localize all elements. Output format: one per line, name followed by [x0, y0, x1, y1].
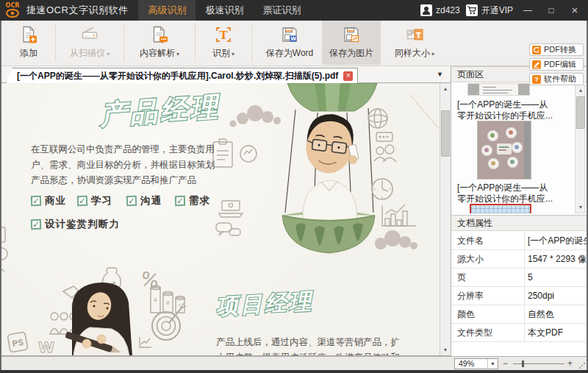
save-word-label: 保存为Word	[257, 47, 322, 60]
pencil-icon	[532, 60, 541, 69]
page-thumbnail[interactable]	[467, 83, 530, 96]
svg-text:PS: PS	[11, 338, 24, 349]
toolbar-separator	[195, 24, 196, 62]
property-row: 分辨率 250dpi	[451, 287, 588, 305]
close-button[interactable]: ×	[566, 0, 584, 21]
status-bar: 49% ▼ − +	[0, 356, 588, 370]
maximize-button[interactable]: □	[542, 0, 560, 21]
letter-t: T	[416, 32, 421, 40]
mode-tabs: 高级识别 极速识别 票证识别	[138, 0, 310, 21]
zoom-slider-handle[interactable]	[522, 360, 524, 367]
pdf-edit-label: PDF编辑	[544, 59, 576, 70]
titlebar-right: zd423 开通VIP — □ ×	[420, 0, 588, 21]
dropdown-arrow-icon: ▾	[176, 51, 179, 57]
thumbnail-caption: [一个APP的诞生——从 零开始设计你的手机应...	[457, 99, 553, 121]
checkbox-check-icon: ✓	[126, 196, 137, 206]
checkbox-communication: ✓ 沟通	[126, 194, 162, 207]
title-bar: OCR 捷速OCR文字识别软件 高级识别 极速识别 票证识别 zd423	[0, 0, 588, 21]
resize-grip[interactable]	[579, 363, 585, 369]
save-as-word-button[interactable]: W 保存为Word	[257, 21, 322, 65]
document-filename: [一个APP的诞生——从零开始设计你的手机应用].Carol.炒炒.刘焯琛.扫描…	[17, 70, 338, 82]
dropdown-arrow-icon: ▾	[232, 51, 234, 57]
question-icon: ?	[532, 75, 541, 84]
scroll-up-icon[interactable]: ▴	[440, 84, 451, 94]
window-border	[0, 21, 1, 373]
project-manager-title: 项目经理	[215, 288, 315, 319]
letter-w: W	[290, 36, 296, 42]
same-size-label: 同样大小	[395, 48, 430, 58]
scrollbar-thumb[interactable]	[576, 96, 585, 129]
document-tab[interactable]: [一个APP的诞生——从零开始设计你的手机应用].Carol.炒炒.刘焯琛.扫描…	[6, 68, 358, 83]
checkbox-demand: ✓ 需求	[175, 194, 210, 207]
logo-text: OCR	[6, 2, 20, 9]
zoom-slider[interactable]	[513, 363, 564, 364]
toolbar-separator	[251, 24, 252, 62]
checkbox-check-icon: ✓	[31, 219, 41, 230]
document-viewport[interactable]: $ % PS A B c W	[0, 83, 451, 356]
svg-text:W: W	[38, 338, 54, 356]
property-row: 颜色 自然色	[451, 305, 588, 324]
add-document-icon	[7, 24, 50, 45]
dropdown-arrow-icon: ▾	[107, 51, 110, 57]
pdf-convert-label: PDF转换	[544, 44, 576, 55]
chevron-down-icon: ▼	[487, 359, 498, 369]
tab-list-dropdown-icon[interactable]: ▼	[437, 71, 443, 78]
cloud-doodle	[230, 105, 282, 127]
thumbnails-scrollbar[interactable]: ▴ ▾	[575, 85, 585, 213]
tab-advanced-recognition[interactable]: 高级识别	[138, 0, 196, 21]
save-as-image-button[interactable]: 保存为图片	[322, 21, 381, 65]
document-scrollbar[interactable]: ▴ ▾	[440, 83, 451, 356]
svg-text:B: B	[166, 300, 170, 306]
zoom-out-button[interactable]: −	[503, 358, 508, 369]
window-border	[0, 370, 588, 373]
save-image-icon	[322, 24, 381, 45]
content-parse-button[interactable]: 内容解析▾	[129, 21, 190, 65]
document-tab-bar: [一个APP的诞生——从零开始设计你的手机应用].Carol.炒炒.刘焯琛.扫描…	[0, 66, 451, 83]
tab-close-icon[interactable]: ×	[343, 71, 353, 81]
username: zd423	[436, 5, 460, 15]
pdf-edit-button[interactable]: PDF编辑	[529, 58, 584, 71]
checkbox-check-icon: ✓	[77, 196, 87, 206]
vip-label: 开通VIP	[481, 4, 513, 17]
recognize-ocr-icon: T	[201, 24, 246, 45]
product-manager-paragraph: 在互联网公司中负责产品的管理，主要负责用 户、需求、商业目标的分析，并根据目标策…	[31, 142, 229, 188]
software-help-label: 软件帮助	[544, 74, 576, 85]
toolbar-separator	[55, 24, 56, 62]
man-in-balloon	[282, 112, 375, 253]
property-row: 源大小 1547 * 2293 像素	[451, 250, 588, 269]
recognize-label: 识别	[212, 48, 230, 58]
zoom-in-button[interactable]: +	[567, 358, 573, 369]
checkbox-business: ✓ 商业	[31, 194, 66, 207]
open-vip-button[interactable]: 开通VIP	[466, 4, 513, 17]
same-size-button[interactable]: T 同样大小▾	[381, 21, 448, 65]
scroll-down-icon[interactable]: ▾	[440, 345, 451, 355]
recognize-button[interactable]: T 识别▾	[201, 21, 246, 65]
zoom-value: 49%	[455, 359, 487, 369]
content-parse-icon	[129, 24, 190, 45]
property-row: 页 5	[451, 269, 588, 287]
software-help-button[interactable]: ? 软件帮助	[529, 73, 584, 85]
pdf-convert-button[interactable]: PDF转换	[529, 43, 584, 56]
tab-ticket-recognition[interactable]: 票证识别	[253, 0, 310, 21]
product-manager-title: 产品经理	[98, 90, 223, 130]
document-page: $ % PS A B c W	[0, 83, 440, 356]
property-row: 文件类型 本文PDF	[451, 324, 588, 342]
scroll-down-icon[interactable]: ▾	[576, 202, 586, 213]
user-account[interactable]: zd423	[420, 4, 460, 16]
page-thumbnail[interactable]	[477, 121, 531, 180]
add-button[interactable]: 添加	[7, 21, 50, 65]
zoom-level-select[interactable]: 49% ▼	[454, 358, 498, 369]
from-scanner-button[interactable]: 从扫描仪▾	[61, 21, 118, 65]
dropdown-arrow-icon: ▾	[431, 51, 434, 57]
tab-fast-recognition[interactable]: 极速识别	[196, 0, 253, 21]
checkbox-learning: ✓ 学习	[77, 194, 112, 207]
cloud-doodle	[375, 230, 417, 249]
scrollbar-thumb[interactable]	[441, 110, 450, 157]
letter-t: T	[219, 29, 228, 42]
page-thumbnail-selected[interactable]	[470, 204, 531, 213]
property-row: 文件名 [一个APP的诞生...	[451, 232, 588, 250]
save-word-icon: W	[257, 24, 322, 45]
refresh-icon	[532, 46, 541, 54]
minimize-button[interactable]: —	[519, 0, 537, 21]
toolbar: 添加 从扫描仪▾	[0, 21, 588, 66]
